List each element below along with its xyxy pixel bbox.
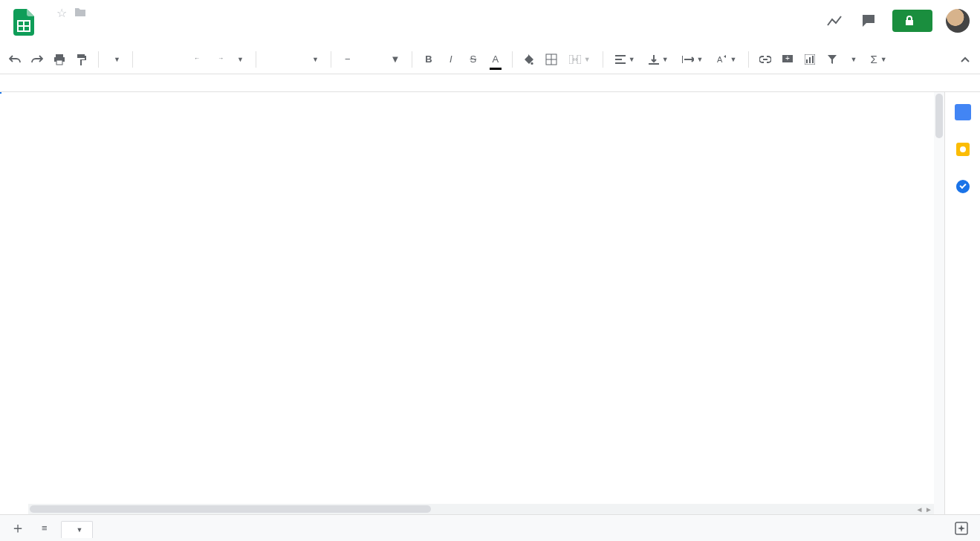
- filter-button[interactable]: [823, 50, 841, 69]
- percent-button[interactable]: [163, 50, 181, 69]
- vertical-scrollbar[interactable]: [934, 92, 944, 514]
- star-icon[interactable]: ☆: [56, 6, 67, 20]
- svg-rect-24: [812, 56, 814, 63]
- currency-button[interactable]: [140, 50, 158, 69]
- svg-text:A: A: [717, 55, 723, 64]
- activity-icon[interactable]: [824, 10, 845, 31]
- strike-button[interactable]: S: [464, 50, 482, 69]
- bold-button[interactable]: B: [420, 50, 438, 69]
- zoom-dropdown[interactable]: ▼: [106, 56, 125, 63]
- calendar-icon[interactable]: [955, 104, 971, 120]
- print-button[interactable]: [51, 50, 68, 69]
- svg-rect-5: [56, 60, 62, 65]
- fill-color-button[interactable]: [520, 50, 538, 69]
- collapse-toolbar-button[interactable]: [956, 50, 974, 69]
- svg-rect-3: [56, 54, 63, 57]
- filter-views-button[interactable]: ▼: [846, 56, 861, 63]
- formula-bar[interactable]: [0, 74, 980, 92]
- horizontal-scrollbar[interactable]: ◄ ►: [28, 504, 934, 514]
- side-panel: [944, 92, 980, 514]
- insert-comment-button[interactable]: +: [779, 50, 796, 69]
- v-align-button[interactable]: ▼: [644, 54, 673, 65]
- paint-format-button[interactable]: [73, 50, 91, 69]
- svg-text:+: +: [785, 54, 790, 62]
- app-header: ☆: [0, 0, 980, 45]
- tasks-icon[interactable]: [955, 178, 971, 195]
- toolbar: ▼ ← → ▼ ▼ − ▼ B I S A ▼ ▼ ▼ ▼ A▼ + ▼ Σ▼: [0, 45, 980, 74]
- h-align-button[interactable]: ▼: [611, 55, 640, 64]
- svg-rect-10: [569, 55, 573, 64]
- text-color-button[interactable]: A: [487, 50, 504, 69]
- insert-chart-button[interactable]: [801, 50, 819, 69]
- sheet-tab-active[interactable]: ▼: [61, 521, 93, 538]
- comments-icon[interactable]: [858, 10, 879, 31]
- sheet-area[interactable]: ◄ ►: [0, 92, 944, 514]
- insert-link-button[interactable]: [756, 50, 774, 69]
- borders-button[interactable]: [542, 50, 560, 69]
- number-format-dropdown[interactable]: ▼: [230, 56, 248, 63]
- font-size-decrease[interactable]: −: [339, 50, 357, 69]
- wrap-button[interactable]: ▼: [678, 55, 708, 64]
- font-dropdown[interactable]: ▼: [264, 56, 323, 63]
- svg-rect-23: [809, 57, 811, 63]
- functions-button[interactable]: Σ▼: [866, 53, 891, 65]
- svg-rect-22: [806, 59, 808, 63]
- doc-title[interactable]: [43, 12, 49, 15]
- keep-icon[interactable]: [955, 141, 971, 158]
- sheets-logo[interactable]: [9, 7, 39, 37]
- rotate-button[interactable]: A▼: [713, 54, 742, 65]
- merge-cells-button[interactable]: ▼: [565, 55, 595, 64]
- lock-icon: [904, 16, 915, 26]
- all-sheets-button[interactable]: ≡: [39, 519, 51, 537]
- sheet-tabs-bar: ＋ ≡ ▼: [0, 514, 980, 541]
- undo-button[interactable]: [6, 50, 24, 69]
- svg-rect-6: [77, 54, 85, 58]
- embedded-chart[interactable]: [0, 92, 1, 94]
- account-avatar[interactable]: [946, 9, 970, 33]
- svg-rect-11: [577, 55, 581, 64]
- font-size-increase[interactable]: ▼: [386, 50, 404, 69]
- explore-button[interactable]: [950, 517, 973, 540]
- italic-button[interactable]: I: [442, 50, 460, 69]
- redo-button[interactable]: [28, 50, 46, 69]
- move-folder-icon[interactable]: [74, 7, 86, 20]
- increase-decimal-button[interactable]: →: [207, 50, 225, 69]
- add-sheet-button[interactable]: ＋: [7, 515, 28, 541]
- share-button[interactable]: [892, 10, 932, 32]
- decrease-decimal-button[interactable]: ←: [185, 50, 203, 69]
